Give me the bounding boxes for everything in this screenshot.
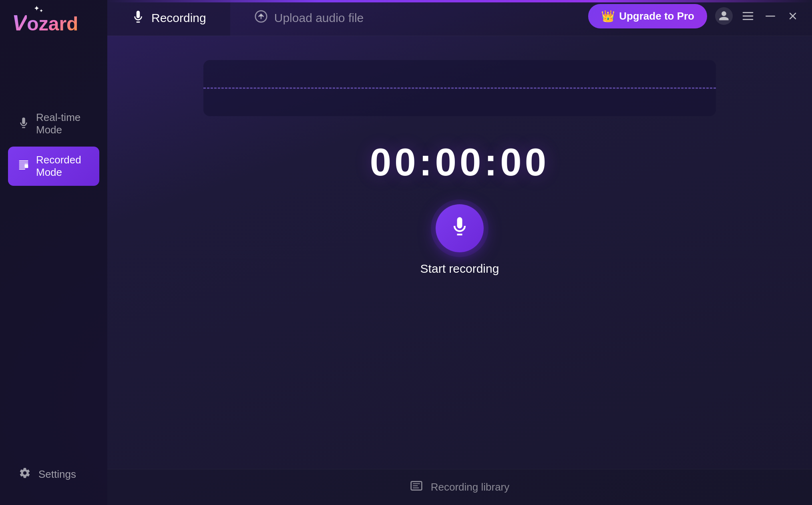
top-accent-bar [107, 0, 812, 2]
upgrade-button[interactable]: 👑 Upgrade to Pro [588, 4, 707, 28]
recording-library-bar[interactable]: Recording library [107, 469, 812, 505]
svg-rect-0 [743, 12, 754, 13]
waveform-line [203, 88, 716, 89]
upgrade-label: Upgrade to Pro [619, 10, 694, 22]
titlebar: 👑 Upgrade to Pro [0, 0, 812, 32]
sidebar-item-recorded[interactable]: Recorded Mode [8, 147, 99, 186]
microphone-icon [18, 117, 30, 131]
start-recording-button[interactable] [436, 204, 484, 252]
sidebar-item-settings[interactable]: Settings [8, 460, 99, 489]
nav-menu: Real-time Mode Recorded Mode [0, 40, 107, 186]
realtime-mode-label: Real-time Mode [36, 111, 90, 136]
user-profile-button[interactable] [715, 7, 733, 25]
settings-label: Settings [38, 468, 76, 481]
library-label: Recording library [431, 481, 510, 493]
record-button-area: Start recording [420, 204, 499, 276]
close-button[interactable] [786, 9, 800, 23]
waveform-display [203, 60, 716, 116]
start-recording-label: Start recording [420, 262, 499, 276]
svg-rect-3 [766, 16, 775, 17]
main-content: Recording Upload audio file 00:00:00 [107, 0, 812, 505]
settings-section: Settings [0, 460, 107, 489]
library-icon [410, 479, 423, 495]
recording-area: 00:00:00 Start recording [107, 36, 812, 469]
svg-rect-4 [25, 164, 28, 168]
recorded-mode-icon [18, 159, 30, 174]
menu-button[interactable] [741, 9, 755, 23]
sidebar-item-realtime[interactable]: Real-time Mode [8, 104, 99, 143]
recorded-mode-label: Recorded Mode [36, 154, 90, 179]
settings-icon [18, 467, 32, 482]
svg-rect-2 [743, 19, 754, 20]
microphone-btn-icon [449, 215, 470, 241]
svg-rect-1 [743, 16, 754, 17]
crown-icon: 👑 [601, 10, 615, 23]
timer-display: 00:00:00 [370, 140, 549, 184]
sidebar: ✦ ✦ V ozard Real-time Mode Recorded Mode [0, 0, 107, 505]
minimize-button[interactable] [763, 9, 778, 23]
